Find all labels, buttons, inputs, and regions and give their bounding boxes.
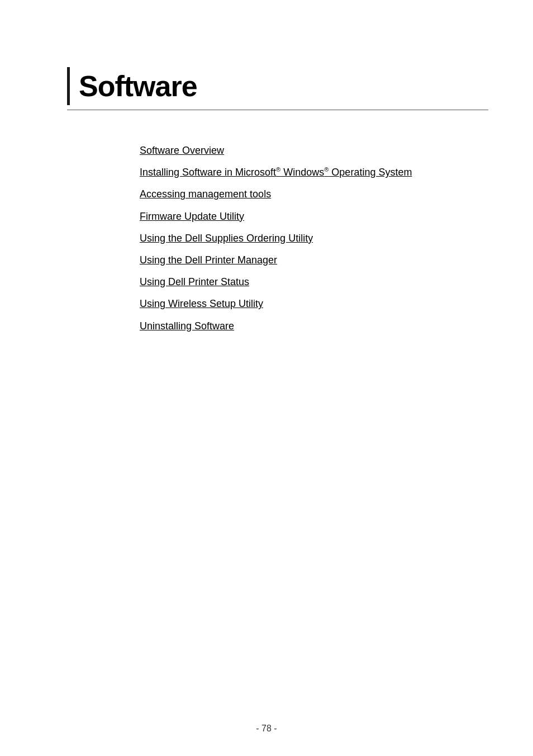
toc-link-dell-printer-manager[interactable]: Using the Dell Printer Manager bbox=[140, 254, 277, 266]
toc-link-uninstalling-software[interactable]: Uninstalling Software bbox=[140, 320, 234, 332]
chapter-bar bbox=[67, 67, 70, 105]
toc-item-dell-supplies-ordering: Using the Dell Supplies Ordering Utility bbox=[140, 231, 488, 245]
toc-item-accessing-management-tools: Accessing management tools bbox=[140, 187, 488, 201]
toc-item-software-overview: Software Overview bbox=[140, 144, 488, 158]
toc-list: Software Overview Installing Software in… bbox=[140, 144, 488, 333]
toc-link-installing-software[interactable]: Installing Software in Microsoft® Window… bbox=[140, 167, 412, 178]
page-number: - 78 - bbox=[256, 724, 277, 733]
toc-item-uninstalling-software: Uninstalling Software bbox=[140, 319, 488, 333]
toc-link-dell-printer-status[interactable]: Using Dell Printer Status bbox=[140, 276, 249, 287]
page-container: Software Software Overview Installing So… bbox=[0, 0, 533, 756]
toc-link-accessing-management-tools[interactable]: Accessing management tools bbox=[140, 188, 271, 200]
toc-item-dell-printer-status: Using Dell Printer Status bbox=[140, 275, 488, 289]
toc-link-software-overview[interactable]: Software Overview bbox=[140, 145, 224, 156]
page-footer: - 78 - bbox=[0, 724, 533, 734]
toc-item-firmware-update-utility: Firmware Update Utility bbox=[140, 210, 488, 224]
toc-link-wireless-setup-utility[interactable]: Using Wireless Setup Utility bbox=[140, 298, 263, 309]
toc-item-dell-printer-manager: Using the Dell Printer Manager bbox=[140, 253, 488, 267]
chapter-title: Software bbox=[79, 69, 197, 103]
toc-item-wireless-setup-utility: Using Wireless Setup Utility bbox=[140, 297, 488, 311]
toc-link-firmware-update-utility[interactable]: Firmware Update Utility bbox=[140, 211, 244, 222]
chapter-header: Software bbox=[67, 67, 488, 110]
toc-item-installing-software: Installing Software in Microsoft® Window… bbox=[140, 166, 488, 179]
toc-link-dell-supplies-ordering[interactable]: Using the Dell Supplies Ordering Utility bbox=[140, 233, 313, 244]
